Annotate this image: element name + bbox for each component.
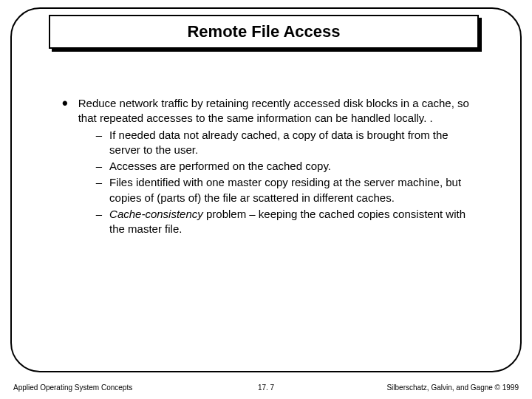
dash-icon: – bbox=[96, 207, 102, 222]
sub-item-text: Cache-consistency problem – keeping the … bbox=[109, 207, 476, 237]
dash-icon: – bbox=[96, 128, 102, 143]
sub-item-text: If needed data not already cached, a cop… bbox=[109, 128, 476, 158]
dash-icon: – bbox=[96, 159, 102, 174]
italic-term: Cache-consistency bbox=[109, 208, 203, 220]
main-bullet-lead: Reduce network traffic by retaining rece… bbox=[78, 97, 469, 124]
sub-item-0: – If needed data not already cached, a c… bbox=[96, 128, 476, 158]
footer: Applied Operating System Concepts 17. 7 … bbox=[13, 383, 519, 392]
slide-title: Remote File Access bbox=[187, 22, 340, 41]
footer-left: Applied Operating System Concepts bbox=[13, 383, 132, 392]
footer-right: Silberschatz, Galvin, and Gagne © 1999 bbox=[386, 383, 519, 392]
sub-item-text: Files identified with one master copy re… bbox=[109, 175, 476, 205]
main-bullet-text: Reduce network traffic by retaining rece… bbox=[78, 96, 476, 236]
sub-item-2: – Files identified with one master copy … bbox=[96, 175, 476, 205]
sub-item-3: – Cache-consistency problem – keeping th… bbox=[96, 207, 476, 237]
dash-icon: – bbox=[96, 175, 102, 190]
main-bullet: • Reduce network traffic by retaining re… bbox=[62, 96, 476, 236]
sub-list: – If needed data not already cached, a c… bbox=[96, 128, 476, 237]
footer-center: 17. 7 bbox=[258, 383, 274, 392]
sub-item-text: Accesses are performed on the cached cop… bbox=[109, 159, 331, 174]
content-area: • Reduce network traffic by retaining re… bbox=[62, 96, 476, 236]
bullet-icon: • bbox=[62, 99, 68, 108]
sub-item-1: – Accesses are performed on the cached c… bbox=[96, 159, 476, 174]
title-box: Remote File Access bbox=[49, 15, 479, 49]
